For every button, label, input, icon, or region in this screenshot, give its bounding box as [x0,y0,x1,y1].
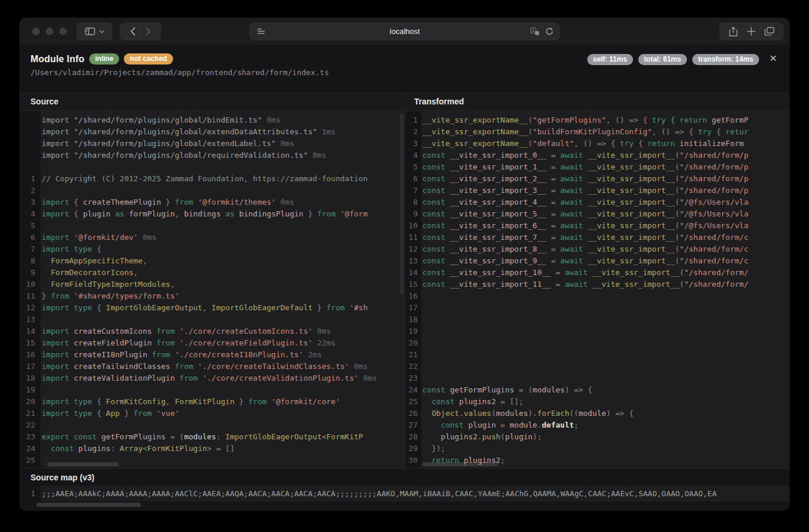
translate-icon[interactable]: A [530,28,539,35]
code-line: 1// Copyright (C) 2012-2025 Zammad Found… [19,173,405,185]
transformed-panel: Transformed 1__vite_ssr_exportName__("ge… [405,93,790,468]
source-panel-title: Source [19,93,405,111]
sidebar-icon [85,28,95,35]
transformed-panel-title: Transformed [405,93,790,111]
sourcemap-line-number: 1 [19,486,40,501]
code-line: 21import type { App } from 'vue' [19,408,405,419]
code-line: 13const __vite_ssr_import_9__ = await __… [405,255,790,267]
browser-toolbar: localhost A [19,18,790,45]
share-icon[interactable] [729,26,738,37]
self-time-badge: self: 11ms [587,54,633,65]
source-panel: Source import "/shared/form/plugins/glob… [19,93,405,468]
code-line: 1__vite_ssr_exportName__("getFormPlugins… [405,114,790,126]
code-line: 10 FormFieldTypeImportModules, [19,279,405,290]
code-line: 29 }); [405,443,790,455]
total-time-badge: total: 61ms [638,54,687,65]
sourcemap-content: ;;;AAEA;AAAkC;AAAA;AAAA;AAAA;AAClC;AAEA;… [40,486,790,501]
page-title: Module Info [31,54,84,65]
code-line: 8const __vite_ssr_import_4__ = await __v… [405,196,790,208]
code-line: 9const __vite_ssr_import_5__ = await __v… [405,208,790,220]
code-line: 30 return plugins2; [405,455,790,466]
code-line: 2 [19,185,405,196]
code-line: 18import createValidationPlugin from './… [19,372,405,384]
code-line: 6const __vite_ssr_import_2__ = await __v… [405,173,790,185]
code-line: 15import createFieldPlugin from './core/… [19,337,405,349]
code-line: 14import createCustomIcons from './core/… [19,326,405,337]
code-line [19,161,405,173]
nav-separator [140,26,141,37]
inline-badge: inline [89,53,119,65]
code-line: 26 Object.values(modules).forEach((modul… [405,408,790,419]
code-line: 25 const plugins2 = []; [405,396,790,408]
code-line: 20import type { FormKitConfig, FormKitPl… [19,396,405,408]
sourcemap-section: Source map (v3) 1 ;;;AAEA;AAAkC;AAAA;AAA… [19,468,790,511]
code-line: 10const __vite_ssr_import_6__ = await __… [405,220,790,232]
window-zoom-button[interactable] [59,28,67,35]
code-line: import "/shared/form/plugins/global/requ… [19,150,405,161]
code-line: 4const __vite_ssr_import_0__ = await __v… [405,150,790,161]
address-bar[interactable]: localhost A [249,22,560,40]
sourcemap-line: 1 ;;;AAEA;AAAkC;AAAA;AAAA;AAAA;AAClC;AAE… [19,486,790,501]
code-line: 5 [19,220,405,232]
code-line: 23export const getFormPlugins = (modules… [19,431,405,443]
code-line: 19 [405,326,790,337]
transform-time-badge: transform: 14ms [692,54,759,65]
window-minimize-button[interactable] [46,28,53,35]
back-button[interactable] [130,27,136,36]
transformed-code: 1__vite_ssr_exportName__("getFormPlugins… [405,111,790,468]
code-line: 7import type { [19,243,405,255]
code-line: 19 [19,384,405,396]
reload-button[interactable] [545,27,554,36]
new-tab-icon[interactable] [747,27,756,36]
code-line: 4import { plugin as formPlugin, bindings… [19,208,405,220]
code-line: 17import createTailwindClasses from './c… [19,361,405,372]
code-line: 18 [405,314,790,326]
nav-buttons [120,22,161,40]
forward-button[interactable] [145,27,151,36]
code-line: 6import '@formkit/dev' 0ms [19,232,405,243]
code-line: 22 [405,361,790,372]
code-line: 16import createI18nPlugin from './core/c… [19,349,405,361]
code-line: 16 [405,290,790,302]
sidebar-toggle-button[interactable] [76,22,113,40]
code-line: 22 [19,419,405,431]
code-line: 25 [19,455,405,466]
window-close-button[interactable] [32,28,40,35]
code-line: 20 [405,337,790,349]
code-panels: Source import "/shared/form/plugins/glob… [19,92,790,468]
code-line: 14const __vite_ssr_import_10__ = await _… [405,267,790,279]
code-line: 11const __vite_ssr_import_7__ = await __… [405,232,790,243]
code-line: 7const __vite_ssr_import_3__ = await __v… [405,185,790,196]
sourcemap-title: Source map (v3) [19,469,790,486]
code-line: 28 plugins2.push(plugin); [405,431,790,443]
code-line: 21 [405,349,790,361]
not-cached-badge: not cached [124,53,172,65]
browser-window: localhost A [19,18,790,511]
code-line: 23 [405,372,790,384]
sourcemap-horizontal-scrollbar[interactable] [36,503,141,507]
code-line: 13 [19,314,405,326]
traffic-lights [32,28,67,35]
code-line: 27 const plugin = module.default; [405,419,790,431]
module-file-path: /Users/vladimir/Projects/zammad/app/fron… [19,65,790,77]
close-button[interactable]: × [765,50,781,66]
timing-stats: self: 11ms total: 61ms transform: 14ms [587,54,759,65]
code-line: 3__vite_ssr_exportName__("default", () =… [405,138,790,150]
code-line: 24const getFormPlugins = (modules) => { [405,384,790,396]
url-text: localhost [249,27,560,36]
code-line: 12import type { ImportGlobEagerOutput, I… [19,302,405,314]
code-line: 15const __vite_ssr_import_11__ = await _… [405,279,790,290]
code-line: import "/shared/form/plugins/global/exte… [19,126,405,138]
chevron-down-icon [99,30,104,33]
code-line: 11} from '#shared/types/form.ts' [19,290,405,302]
code-line: 2__vite_ssr_exportName__("buildFormKitPl… [405,126,790,138]
code-line: 9 FormDecoratorIcons, [19,267,405,279]
code-line: import "/shared/form/plugins/global/exte… [19,138,405,150]
source-code: import "/shared/form/plugins/global/bind… [19,111,405,468]
tab-overview-icon[interactable] [764,27,774,36]
module-info-header: Module Info inline not cached self: 11ms… [19,45,790,92]
code-line: 17 [405,302,790,314]
code-line: 3import { createThemePlugin } from '@for… [19,196,405,208]
code-line: 12const __vite_ssr_import_8__ = await __… [405,243,790,255]
code-line: 24 const plugins: Array<FormKitPlugin> =… [19,443,405,455]
